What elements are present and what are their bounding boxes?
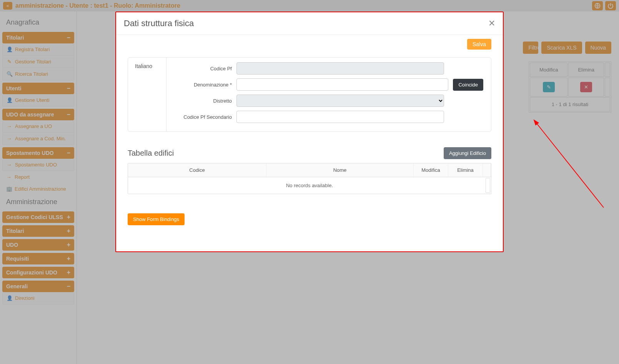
coincide-button[interactable]: Coincide — [453, 79, 483, 91]
label-codice-pf-sec: Codice Pf Secondario — [174, 114, 232, 120]
label-distretto: Distretto — [174, 98, 232, 104]
modal-dialog: Dati struttura fisica ✕ Salva Italiano C… — [115, 12, 504, 252]
tabella-edifici-title: Tabella edifici — [128, 149, 174, 158]
close-icon[interactable]: ✕ — [488, 18, 495, 28]
col-elimina: Elimina — [448, 163, 483, 177]
col-codice: Codice — [128, 163, 266, 177]
modal-title: Dati struttura fisica — [124, 18, 194, 28]
aggiungi-edificio-button[interactable]: Aggiungi Edificio — [444, 147, 491, 159]
tab-italiano[interactable]: Italiano — [135, 63, 159, 69]
form-card: Italiano Codice Pf Denominazione * Coinc… — [128, 57, 491, 132]
grid-empty-message: No records available. — [128, 177, 491, 194]
label-codice-pf: Codice Pf — [174, 66, 232, 71]
save-button[interactable]: Salva — [467, 39, 491, 50]
distretto-select[interactable] — [236, 95, 444, 107]
codice-pf-sec-input[interactable] — [236, 111, 444, 123]
edifici-grid: Codice Nome Modifica Elimina No records … — [128, 163, 491, 194]
col-nome: Nome — [266, 163, 414, 177]
show-form-bindings-button[interactable]: Show Form Bindings — [128, 213, 185, 225]
denominazione-input[interactable] — [236, 78, 448, 91]
scrollbar[interactable] — [486, 178, 490, 193]
label-denominazione: Denominazione * — [174, 82, 232, 88]
modal-overlay: Dati struttura fisica ✕ Salva Italiano C… — [0, 0, 619, 364]
col-modifica: Modifica — [414, 163, 448, 177]
codice-pf-input — [236, 62, 444, 75]
